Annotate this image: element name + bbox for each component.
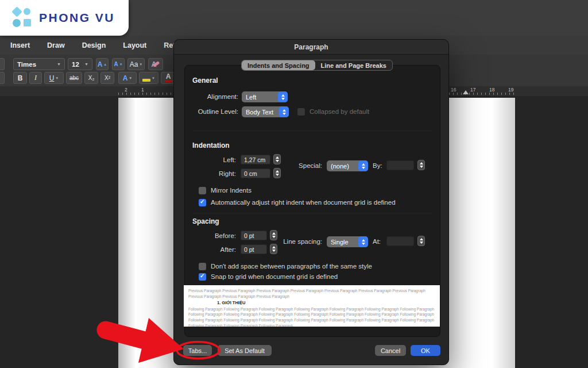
clipboard-partial-button2[interactable] (0, 72, 5, 84)
general-heading: General (192, 76, 218, 85)
collapsed-by-default-label: Collapsed by default (310, 108, 369, 115)
line-spacing-select[interactable]: Single (327, 236, 368, 247)
special-select[interactable]: (none) (327, 160, 368, 171)
snap-to-grid-label: Snap to grid when document grid is defin… (211, 273, 338, 280)
clipboard-partial-button[interactable] (0, 58, 5, 70)
dialog-title: Paragraph (294, 43, 328, 51)
shrink-font-button[interactable]: A▼ (112, 58, 125, 70)
spacing-after-label: After: (197, 246, 236, 253)
tabs-button[interactable]: Tabs... (183, 345, 212, 356)
auto-adjust-indent-label: Automatically adjust right indent when d… (211, 199, 396, 206)
indent-left-stepper[interactable] (273, 154, 281, 164)
at-label: At: (373, 238, 381, 245)
spacing-after-stepper[interactable] (270, 244, 277, 254)
grow-font-button[interactable]: A▲ (96, 58, 109, 70)
by-stepper[interactable] (417, 160, 425, 170)
dialog-titlebar[interactable]: Paragraph (174, 40, 448, 55)
chevron-down-icon: ▼ (152, 76, 155, 80)
stepper-icon (358, 236, 368, 247)
by-field[interactable] (386, 160, 414, 170)
tab-indents-and-spacing[interactable]: Indents and Spacing (242, 60, 315, 70)
chevron-down-icon: ▼ (139, 63, 142, 66)
preview-following-text: Following Paragraph Following Paragraph … (188, 306, 435, 327)
section-divider (192, 131, 432, 131)
font-name-combo[interactable]: Times▼ (13, 58, 65, 70)
section-divider (192, 213, 432, 213)
underline-button[interactable]: U▼ (44, 72, 64, 84)
preview-previous-text: Previous Paragraph Previous Paragraph Pr… (188, 288, 435, 300)
strikethrough-button[interactable]: abc (66, 72, 82, 84)
spacing-before-field[interactable]: 0 pt (241, 231, 267, 240)
stepper-icon (278, 91, 288, 102)
indent-left-label: Left: (197, 156, 236, 163)
italic-button[interactable]: I (29, 72, 42, 84)
font-color-chip (165, 80, 172, 82)
chevron-down-icon: ▼ (57, 62, 61, 66)
change-case-button[interactable]: Aa▼ (127, 58, 145, 70)
cancel-button[interactable]: Cancel (375, 345, 406, 356)
highlighter-icon (142, 79, 150, 82)
chevron-down-icon: ▼ (55, 76, 59, 80)
at-stepper[interactable] (417, 236, 425, 246)
indent-left-field[interactable]: 1,27 cm (241, 155, 270, 164)
collapsed-by-default-checkbox[interactable] (297, 108, 305, 116)
logo-icon (11, 7, 33, 29)
preview-current-text: 1. GIỚI THIỆU (188, 300, 435, 306)
ribbon-tab-draw[interactable]: Draw (47, 41, 65, 49)
spacing-before-stepper[interactable] (270, 230, 277, 240)
line-spacing-label: Line spacing: (277, 238, 322, 245)
spacing-before-label: Before: (197, 232, 236, 239)
indent-right-field[interactable]: 0 cm (241, 168, 270, 178)
snap-to-grid-checkbox[interactable] (199, 273, 206, 281)
special-label: Special: (287, 162, 322, 169)
logo: PHONG VU (0, 0, 129, 36)
ok-button[interactable]: OK (411, 345, 440, 356)
outline-level-select[interactable]: Body Text (242, 106, 289, 117)
by-label: By: (373, 162, 382, 169)
auto-adjust-indent-checkbox[interactable] (199, 199, 206, 206)
ruler-ticks-right (449, 86, 517, 96)
superscript-button[interactable]: X² (100, 72, 114, 84)
indent-right-stepper[interactable] (273, 168, 281, 178)
preview-box: Previous Paragraph Previous Paragraph Pr… (184, 285, 440, 327)
at-field[interactable] (386, 236, 414, 246)
caret-up-icon: ▲ (103, 63, 107, 66)
text-effects-button[interactable]: A▼ (118, 72, 137, 84)
indent-marker-icon[interactable] (463, 90, 469, 94)
dialog-tabs: Indents and Spacing Line and Page Breaks (241, 60, 393, 71)
indentation-heading: Indentation (192, 141, 230, 150)
set-as-default-button[interactable]: Set As Default (218, 345, 272, 356)
subscript-button[interactable]: X₂ (84, 72, 98, 84)
spacing-heading: Spacing (192, 217, 219, 225)
spacing-after-field[interactable]: 0 pt (241, 244, 267, 254)
chevron-down-icon: ▼ (84, 62, 88, 66)
alignment-select[interactable]: Left (242, 91, 288, 102)
mirror-indents-checkbox[interactable] (199, 187, 206, 194)
ribbon-tab-layout[interactable]: Layout (123, 41, 146, 49)
stepper-icon (358, 160, 368, 171)
chevron-down-icon: ▼ (129, 76, 132, 80)
stepper-icon (279, 106, 289, 117)
logo-text: PHONG VU (39, 11, 115, 25)
dont-add-space-label: Don't add space between paragraphs of th… (211, 263, 372, 270)
clear-formatting-button[interactable]: A (148, 58, 163, 70)
outline-level-label: Outline Level: (191, 108, 238, 115)
mirror-indents-label: Mirror Indents (211, 187, 252, 194)
alignment-label: Alignment: (191, 93, 238, 100)
highlight-button[interactable]: ▼ (139, 72, 158, 84)
tab-line-and-page-breaks[interactable]: Line and Page Breaks (315, 60, 392, 70)
dont-add-space-checkbox[interactable] (199, 263, 206, 270)
paragraph-dialog: Paragraph Indents and Spacing Line and P… (173, 39, 449, 365)
ribbon-tab-design[interactable]: Design (82, 41, 106, 49)
bold-button[interactable]: B (13, 72, 27, 84)
indent-right-label: Right: (197, 170, 236, 177)
font-size-combo[interactable]: 12▼ (68, 58, 92, 70)
ribbon-tab-insert[interactable]: Insert (10, 41, 30, 49)
caret-down-icon: ▼ (119, 63, 123, 66)
